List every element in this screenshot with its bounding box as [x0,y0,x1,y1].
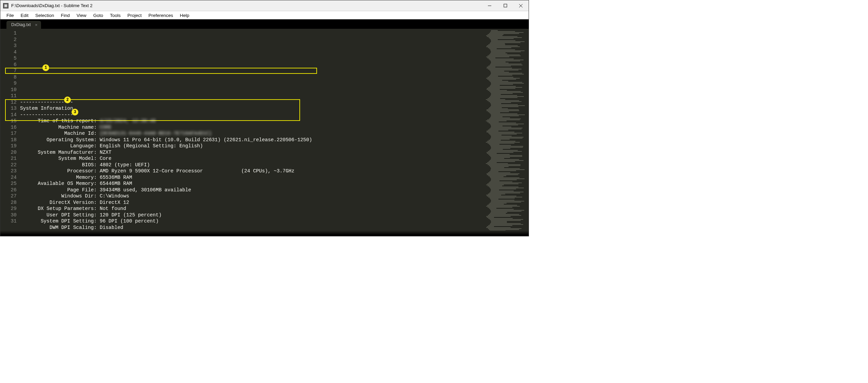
line-number: 11 [0,93,17,99]
menu-goto[interactable]: Goto [90,12,106,19]
code-line[interactable]: Page File: 39434MB used, 30106MB availab… [20,187,529,193]
menu-tools[interactable]: Tools [106,12,124,19]
line-number: 17 [0,130,17,137]
line-number: 21 [0,155,17,162]
window-title: F:\Downloads\DxDiag.txt - Sublime Text 2 [11,3,482,8]
code-line[interactable]: DWM DPI Scaling: Disabled [20,225,529,231]
line-number: 24 [0,174,17,181]
callout-1: 1 [42,64,49,71]
line-number: 14 [0,112,17,118]
line-number: 29 [0,206,17,212]
menu-project[interactable]: Project [124,12,145,19]
callout-2: 2 [64,97,71,103]
titlebar[interactable]: F:\Downloads\DxDiag.txt - Sublime Text 2 [0,0,529,11]
tab-dxdiag[interactable]: DxDiag.txt × [6,21,41,29]
menu-help[interactable]: Help [177,12,193,19]
menu-edit[interactable]: Edit [17,12,32,19]
app-window: F:\Downloads\DxDiag.txt - Sublime Text 2… [0,0,529,236]
menu-file[interactable]: File [3,12,17,19]
close-button[interactable] [513,0,529,11]
line-number: 19 [0,143,17,149]
code-line[interactable]: Memory: 65536MB RAM [20,174,529,181]
code-line[interactable]: Time of this report: 4/15/2024, 12:30:48 [20,118,529,124]
code-line[interactable]: System Manufacturer: NZXT [20,149,529,156]
code-line[interactable]: Processor: AMD Ryzen 9 5900X 12-Core Pro… [20,168,529,174]
line-number: 6 [0,62,17,68]
minimize-button[interactable] [482,0,497,11]
code-line[interactable]: System Model: Core [20,155,529,162]
window-controls [482,0,529,11]
highlight-box-1 [5,68,317,74]
line-number: 26 [0,187,17,193]
torn-edge [0,236,529,241]
line-number: 3 [0,43,17,49]
line-number: 30 [0,212,17,218]
code-line[interactable]: Language: English (Regional Setting: Eng… [20,143,529,149]
code-line[interactable]: DX Setup Parameters: Not found [20,206,529,212]
callout-3: 3 [72,109,78,115]
line-number: 5 [0,55,17,62]
line-number: 20 [0,149,17,156]
code-line[interactable]: System DPI Setting: 96 DPI (100 percent) [20,218,529,225]
menu-view[interactable]: View [73,12,90,19]
code-line[interactable]: BIOS: 4802 (type: UEFI) [20,162,529,168]
code-line[interactable]: Machine Id: {0C6AD131-0448-44A0-BD16-7E7… [20,130,529,137]
tab-close-icon[interactable]: × [35,22,38,27]
code-line[interactable]: System Information [20,105,529,112]
app-icon [3,3,8,8]
line-number: 13 [0,105,17,112]
code-pane[interactable]: 1234567891011121314151617181920212223242… [0,29,529,231]
bottom-fade [0,231,529,236]
code-line[interactable]: Available OS Memory: 65446MB RAM [20,180,529,187]
code-line[interactable]: ------------------ [20,112,529,118]
menu-selection[interactable]: Selection [32,12,58,19]
line-number-gutter: 1234567891011121314151617181920212223242… [0,29,20,231]
line-number: 31 [0,218,17,225]
line-number: 25 [0,180,17,187]
code-line[interactable]: Machine name: CORE [20,124,529,131]
editor-area: DxDiag.txt × 123456789101112131415161718… [0,19,529,236]
code-line[interactable]: Operating System: Windows 11 Pro 64-bit … [20,137,529,143]
line-number: 1 [0,30,17,37]
line-number: 2 [0,37,17,43]
code-line[interactable]: Windows Dir: C:\Windows [20,193,529,199]
line-number: 22 [0,162,17,168]
line-number: 18 [0,137,17,143]
code-line[interactable]: User DPI Setting: 120 DPI (125 percent) [20,212,529,218]
tab-row: DxDiag.txt × [0,19,529,29]
line-number: 4 [0,49,17,56]
tab-label: DxDiag.txt [11,22,31,27]
line-number: 23 [0,168,17,174]
line-number: 15 [0,118,17,124]
line-number: 10 [0,87,17,93]
line-number: 16 [0,124,17,131]
line-number: 27 [0,193,17,199]
code-line[interactable]: DirectX Version: DirectX 12 [20,199,529,206]
maximize-button[interactable] [497,0,513,11]
line-number: 12 [0,99,17,106]
svg-rect-3 [504,4,507,7]
svg-rect-1 [5,4,7,7]
line-number: 9 [0,80,17,87]
code-line[interactable]: ------------------ [20,99,529,106]
menu-preferences[interactable]: Preferences [145,12,177,19]
menu-find[interactable]: Find [58,12,73,19]
line-number: 28 [0,199,17,206]
line-number: 8 [0,74,17,81]
code-content[interactable]: 1 2 3 ------------------System Informati… [20,29,529,231]
menubar: File Edit Selection Find View Goto Tools… [0,11,529,19]
line-number: 7 [0,68,17,74]
